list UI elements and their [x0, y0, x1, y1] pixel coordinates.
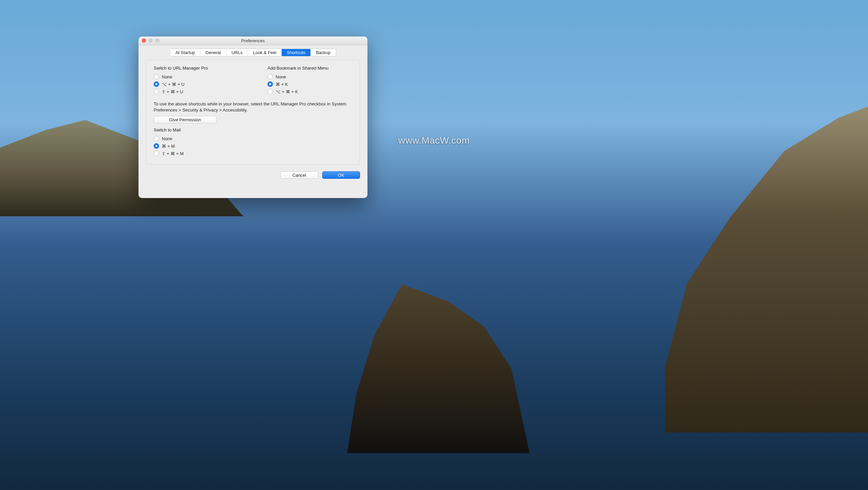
desktop-wallpaper-island-right: [665, 101, 868, 433]
dialog-buttons: Cancel OK: [138, 169, 367, 179]
radio-add-bookmark-opt-cmd-k[interactable]: ⌥ + ⌘ + K: [267, 89, 352, 94]
radio-label: ⌘ + M: [162, 144, 175, 149]
radio-label: ⇧ + ⌘ + M: [162, 151, 183, 156]
minimize-icon: [149, 39, 153, 43]
radio-add-bookmark-none[interactable]: None: [267, 74, 352, 79]
radio-add-bookmark-cmd-k[interactable]: ⌘ + K: [267, 81, 352, 87]
radio-label: ⌥ + ⌘ + U: [162, 82, 184, 87]
give-permission-button[interactable]: Give Permission: [154, 116, 216, 123]
group-title-switch-ump: Switch to URL Manager Pro: [154, 66, 238, 71]
tab-shortcuts[interactable]: Shortcuts: [282, 49, 311, 56]
radio-label: None: [276, 74, 286, 79]
ok-button[interactable]: OK: [322, 171, 360, 179]
tab-at-startup[interactable]: At Startup: [170, 49, 200, 56]
radio-icon: [154, 74, 159, 79]
radio-label: ⇧ + ⌘ + U: [162, 89, 183, 94]
radio-label: None: [162, 136, 172, 141]
radio-label: ⌥ + ⌘ + K: [276, 89, 298, 94]
traffic-lights: [142, 39, 159, 43]
window-title: Preferences: [241, 38, 265, 43]
add-bookmark-group: Add Bookmark in Shared Menu None ⌘ + K ⌥…: [267, 66, 352, 96]
tab-backup[interactable]: Backup: [311, 49, 335, 56]
titlebar: Preferences: [138, 36, 367, 45]
radio-switch-ump-none[interactable]: None: [154, 74, 238, 79]
radio-switch-ump-shift-cmd-u[interactable]: ⇧ + ⌘ + U: [154, 89, 238, 94]
tab-bar: At Startup General URLs Look & Feel Shor…: [138, 45, 367, 56]
radio-icon: [154, 143, 159, 149]
switch-to-mail-group: Switch to Mail None ⌘ + M ⇧ + ⌘ + M: [154, 127, 352, 156]
radio-label: None: [162, 74, 172, 79]
watermark-text: www.MacW.com: [398, 135, 469, 146]
desktop-wallpaper-rocks: [347, 284, 530, 453]
cancel-button[interactable]: Cancel: [280, 171, 318, 179]
segmented-tabs: At Startup General URLs Look & Feel Shor…: [170, 49, 336, 56]
radio-icon: [154, 89, 159, 94]
radio-icon: [154, 136, 159, 141]
radio-label: ⌘ + K: [276, 82, 288, 87]
accessibility-info: To use the above shortcuts while in your…: [154, 101, 352, 113]
zoom-icon: [155, 39, 159, 43]
preferences-window: Preferences At Startup General URLs Look…: [138, 36, 367, 198]
radio-icon: [267, 81, 273, 87]
tab-urls[interactable]: URLs: [226, 49, 248, 56]
radio-icon: [267, 74, 273, 79]
radio-switch-mail-shift-cmd-m[interactable]: ⇧ + ⌘ + M: [154, 151, 352, 156]
close-icon[interactable]: [142, 39, 146, 43]
radio-icon: [154, 81, 159, 87]
content-panel: Switch to URL Manager Pro None ⌥ + ⌘ + U…: [146, 60, 360, 165]
radio-switch-ump-opt-cmd-u[interactable]: ⌥ + ⌘ + U: [154, 81, 238, 87]
tab-look-and-feel[interactable]: Look & Feel: [248, 49, 282, 56]
radio-icon: [267, 89, 273, 94]
group-title-switch-mail: Switch to Mail: [154, 127, 352, 132]
radio-icon: [154, 151, 159, 156]
switch-to-ump-group: Switch to URL Manager Pro None ⌥ + ⌘ + U…: [154, 66, 238, 96]
radio-switch-mail-cmd-m[interactable]: ⌘ + M: [154, 143, 352, 149]
group-title-add-bookmark: Add Bookmark in Shared Menu: [267, 66, 352, 71]
radio-switch-mail-none[interactable]: None: [154, 136, 352, 141]
tab-general[interactable]: General: [200, 49, 226, 56]
